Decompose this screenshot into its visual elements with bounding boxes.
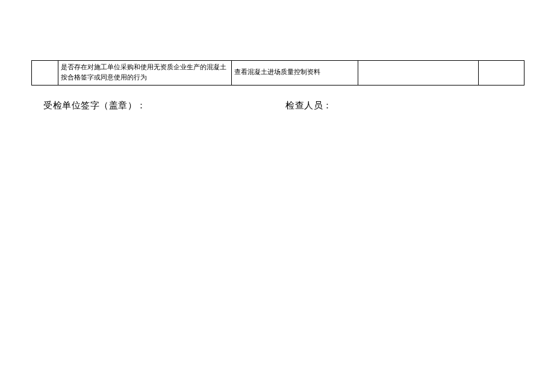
- document-page: 是否存在对施工单位采购和使用无资质企业生产的混凝土按合格签字或同意使用的行为 查…: [31, 60, 524, 111]
- inspection-table: 是否存在对施工单位采购和使用无资质企业生产的混凝土按合格签字或同意使用的行为 查…: [31, 60, 524, 86]
- table-row: 是否存在对施工单位采购和使用无资质企业生产的混凝土按合格签字或同意使用的行为 查…: [32, 61, 524, 86]
- inspected-unit-signature-label: 受检单位签字（盖章）：: [43, 100, 285, 111]
- cell-question: 是否存在对施工单位采购和使用无资质企业生产的混凝土按合格签字或同意使用的行为: [58, 61, 232, 86]
- cell-index: [32, 61, 58, 86]
- cell-remark: [479, 61, 524, 86]
- cell-method: 查看混凝土进场质量控制资料: [232, 61, 358, 86]
- inspector-signature-label: 检查人员：: [285, 100, 332, 111]
- cell-result: [358, 61, 479, 86]
- signature-row: 受检单位签字（盖章）： 检查人员：: [31, 100, 524, 111]
